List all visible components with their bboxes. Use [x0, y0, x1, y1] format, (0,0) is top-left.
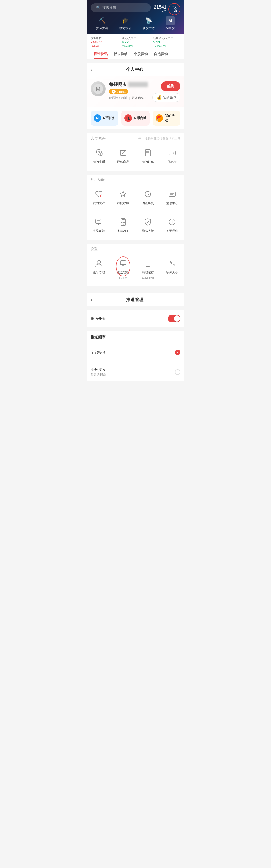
quick-action-n-coins-shop[interactable]: 🛍 N币商城 [121, 111, 149, 126]
push-switch-row: 推送开关 [87, 310, 184, 327]
frequency-spacer-between [87, 360, 184, 363]
tab-sector[interactable]: 板块异动 [111, 50, 131, 59]
push-switch-label: 推送开关 [91, 316, 106, 321]
svg-rect-23 [96, 219, 101, 224]
grid-item-feedback[interactable]: 意见反馈 [87, 214, 111, 236]
common-section-header: 常用功能 [87, 175, 184, 184]
ticker-chuangyeban[interactable]: 创业板指 2449.35 -2.51% [91, 36, 118, 47]
message-center-label: 消息中心 [166, 201, 178, 206]
tab-investment[interactable]: 投资快讯 [91, 50, 111, 59]
my-follow-label: 我的关注 [93, 201, 105, 206]
grid-item-my-orders[interactable]: 我的订单 [136, 145, 160, 166]
n-coins-task-label: N币任务 [103, 116, 115, 120]
grid-item-coupons[interactable]: ¥ 优惠券 [160, 145, 185, 166]
search-bar[interactable]: 🔍 搜索股票 [91, 3, 151, 12]
n-coins-shop-icon: 🛍 [124, 114, 132, 122]
divider-2 [87, 129, 184, 131]
font-size-sub: 中 [171, 276, 174, 280]
n-coins-display: 21541 N币 [154, 4, 167, 13]
ip-info: IP属地：四川 | 更多信息 › [109, 96, 152, 100]
svg-point-33 [97, 260, 101, 264]
coupons-icon: ¥ [167, 147, 178, 158]
grid-item-purchased[interactable]: 已购商品 [111, 145, 136, 166]
common-icons-row2: 意见反馈 APP 推荐APP 隐私政策 [87, 212, 184, 240]
common-section-title: 常用功能 [91, 178, 104, 182]
profile-info: 每经网友 ██████ N 21541 IP属地：四川 | 更多信息 › [109, 81, 152, 100]
nav-item-ipo[interactable]: 📡 新股雷达 [143, 16, 155, 30]
checkin-button[interactable]: 签到 [161, 81, 180, 91]
svg-rect-8 [145, 150, 150, 156]
tab-watchlist[interactable]: 自选异动 [151, 50, 171, 59]
push-frequency-all[interactable]: 全部接收 [87, 346, 184, 360]
quick-action-n-coins-task[interactable]: N N币任务 [91, 111, 118, 126]
svg-text:¥: ¥ [172, 152, 174, 154]
privacy-policy-icon [142, 216, 153, 227]
svg-rect-28 [122, 219, 125, 220]
svg-marker-18 [120, 191, 126, 197]
grid-item-privacy-policy[interactable]: 隐私政策 [136, 214, 160, 236]
push-all-radio[interactable] [175, 350, 180, 355]
avatar: M [91, 81, 106, 96]
my-coins-label: 我的牛币 [93, 160, 105, 164]
grid-item-my-collection[interactable]: 我的收藏 [111, 186, 136, 208]
wallet-button[interactable]: 💰 我的钱包 [152, 93, 180, 102]
push-partial-label: 部分接收 [91, 367, 106, 372]
nav-item-ai[interactable]: AI AI量股 [166, 16, 175, 30]
common-section: 常用功能 我的关注 我的收藏 [87, 175, 184, 240]
grid-item-push-mgmt[interactable]: 推送管理 已开启 [111, 255, 136, 282]
grid-item-account-mgmt[interactable]: 账号管理 [87, 255, 111, 282]
ipo-icon: 📡 [144, 16, 153, 25]
settings-section-title: 设置 [91, 247, 98, 251]
quick-action-my-activity[interactable]: 🚩 我的活动 [153, 111, 180, 126]
n-badge-icon: N [112, 90, 116, 94]
n-coins-badge: N 21541 [109, 89, 128, 94]
grid-item-recommend-app[interactable]: APP 推荐APP [111, 214, 136, 236]
personal-center-page: ‹ 个人中心 M 每经网友 ██████ N 21541 IP属地：四川 | 更… [87, 63, 184, 129]
push-frequency-partial[interactable]: 部分接收 每天约15条 [87, 363, 184, 381]
my-orders-icon [142, 147, 153, 158]
svg-rect-12 [169, 151, 175, 155]
svg-rect-20 [169, 192, 175, 196]
push-management-header: ‹ 推送管理 [87, 293, 184, 307]
push-partial-radio[interactable] [175, 369, 180, 375]
personal-center-button[interactable]: 个人中心 [169, 3, 180, 15]
ticker-aud-cny[interactable]: 澳元/人民币 4.72 +0.036% [122, 36, 149, 47]
font-size-icon: A A [167, 258, 178, 269]
personal-center-header: ‹ 个人中心 [87, 63, 184, 76]
grid-item-my-follow[interactable]: 我的关注 [87, 186, 111, 208]
n-coins-task-icon: N [94, 114, 101, 122]
push-toggle[interactable] [168, 315, 180, 322]
tab-stock[interactable]: 个股异动 [131, 50, 151, 59]
nav-item-research[interactable]: 🎓 极简投研 [119, 16, 131, 30]
grid-item-about-us[interactable]: i 关于我们 [160, 214, 185, 236]
back-button[interactable]: ‹ [91, 67, 92, 72]
push-back-button[interactable]: ‹ [91, 297, 92, 303]
my-collection-icon [118, 189, 129, 199]
grid-item-font-size[interactable]: A A 字体大小 中 [160, 255, 185, 282]
feedback-icon [93, 216, 104, 227]
about-us-label: 关于我们 [166, 229, 178, 233]
grid-item-message-center[interactable]: 消息中心 [160, 186, 185, 208]
push-spacer-mid [87, 327, 184, 331]
pay-section-subtitle: 牛币可购买各类付费资讯和工具 [138, 136, 180, 141]
recommend-app-icon: APP [118, 216, 129, 227]
svg-point-30 [123, 224, 124, 225]
push-spacer-top [87, 307, 184, 310]
grid-item-clear-cache[interactable]: 清理缓存 116.54MB [136, 255, 160, 282]
ticker-sgd-cny[interactable]: 新加坡元/人民币 5.13 +0.0234% [153, 36, 180, 47]
nav-item-mining[interactable]: ⛏️ 掘金大赛 [96, 16, 108, 30]
frequency-inner-spacer [87, 342, 184, 346]
settings-icons-grid: 账号管理 推送管理 已开启 [87, 253, 184, 286]
more-info-link[interactable]: 更多信息 › [132, 96, 146, 100]
my-follow-icon [93, 189, 104, 199]
push-mgmt-icon [118, 258, 129, 269]
browse-history-label: 浏览历史 [142, 201, 154, 206]
svg-text:A: A [169, 260, 172, 265]
nav-label-ai: AI量股 [166, 26, 175, 30]
grid-item-my-coins[interactable]: 牛 我的牛币 [87, 145, 111, 166]
grid-item-browse-history[interactable]: 浏览历史 [136, 186, 160, 208]
search-placeholder: 搜索股票 [102, 5, 116, 10]
push-frequency-section: 推送频率 全部接收 部分接收 每天约15条 [87, 331, 184, 381]
recommend-app-label: 推荐APP [117, 229, 129, 233]
settings-section: 设置 账号管理 推送管理 [87, 244, 184, 286]
